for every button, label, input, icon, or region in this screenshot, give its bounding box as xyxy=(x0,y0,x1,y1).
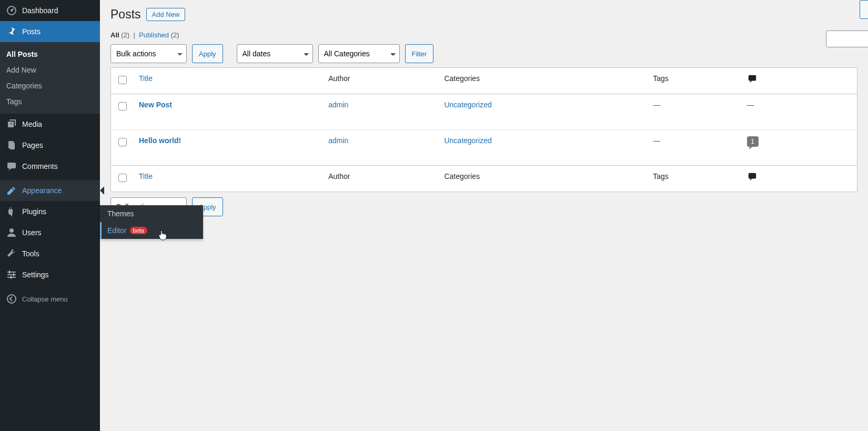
sidebar-item-comments[interactable]: Comments xyxy=(0,156,100,177)
comments-icon xyxy=(747,74,758,84)
appearance-flyout: Themes Editor beta xyxy=(100,205,203,239)
col-author: Author xyxy=(323,68,439,94)
author-link[interactable]: admin xyxy=(328,101,348,109)
heading-row: Posts Add New xyxy=(110,7,857,22)
search-posts-input[interactable] xyxy=(826,31,868,47)
status-filter-links: All (2) | Published (2) xyxy=(110,31,857,39)
post-title-link[interactable]: New Post xyxy=(139,101,172,109)
col-categories: Categories xyxy=(439,166,648,192)
sidebar-label: Settings xyxy=(22,270,49,279)
sidebar-label: Media xyxy=(22,120,42,128)
comment-count-bubble[interactable]: 1 xyxy=(747,136,759,147)
flyout-editor[interactable]: Editor beta xyxy=(100,222,203,239)
select-all-checkbox[interactable] xyxy=(118,76,127,84)
comments-icon xyxy=(6,161,17,172)
col-tags: Tags xyxy=(648,68,741,94)
flyout-editor-label: Editor xyxy=(107,226,127,235)
svg-rect-5 xyxy=(10,143,15,149)
col-categories: Categories xyxy=(439,68,648,94)
svg-rect-16 xyxy=(748,75,755,81)
pin-icon xyxy=(6,26,17,37)
apply-button-top[interactable]: Apply xyxy=(192,44,223,63)
flyout-themes[interactable]: Themes xyxy=(100,205,203,222)
category-filter-select[interactable]: All Categories xyxy=(318,44,400,63)
sidebar-subitem-tags[interactable]: Tags xyxy=(0,94,100,109)
svg-point-8 xyxy=(9,228,14,233)
col-author: Author xyxy=(323,166,439,192)
filter-published[interactable]: Published (2) xyxy=(139,31,179,39)
sidebar-item-tools[interactable]: Tools xyxy=(0,243,100,264)
sidebar-label: Pages xyxy=(22,141,43,149)
add-new-button[interactable]: Add New xyxy=(146,8,186,21)
svg-point-1 xyxy=(11,9,13,12)
collapse-label: Collapse menu xyxy=(22,295,68,303)
sidebar-item-dashboard[interactable]: Dashboard xyxy=(0,0,100,21)
plugins-icon xyxy=(6,206,17,217)
comments-value: — xyxy=(747,101,754,109)
settings-icon xyxy=(6,269,17,280)
screen-options-button[interactable] xyxy=(860,0,868,19)
category-link[interactable]: Uncategorized xyxy=(444,101,491,109)
category-link[interactable]: Uncategorized xyxy=(444,136,491,145)
sidebar-label: Tools xyxy=(22,249,39,258)
filter-all[interactable]: All (2) xyxy=(110,31,132,39)
sidebar-label: Dashboard xyxy=(22,6,58,15)
tools-icon xyxy=(6,248,17,259)
tags-value: — xyxy=(653,101,660,109)
dashboard-icon xyxy=(6,5,17,16)
tags-value: — xyxy=(653,136,660,145)
tablenav-top: Bulk actions Apply All dates All Categor… xyxy=(110,44,857,63)
sidebar-label: Comments xyxy=(22,162,58,171)
sidebar-item-appearance[interactable]: Appearance xyxy=(0,180,100,201)
sidebar-item-pages[interactable]: Pages xyxy=(0,135,100,156)
posts-table: Title Author Categories Tags New Post ad… xyxy=(110,67,857,192)
pages-icon xyxy=(6,140,17,151)
sidebar-label: Posts xyxy=(22,27,41,36)
col-comments[interactable] xyxy=(742,68,773,94)
sidebar-subitem-all-posts[interactable]: All Posts xyxy=(0,46,100,62)
table-row: New Post admin Uncategorized — — xyxy=(111,94,857,130)
sidebar-item-media[interactable]: Media xyxy=(0,114,100,135)
svg-rect-2 xyxy=(8,122,14,127)
main-content: Posts Add New All (2) | Published (2) Bu… xyxy=(100,0,868,231)
sidebar-item-posts[interactable]: Posts xyxy=(0,21,100,42)
svg-rect-9 xyxy=(7,272,16,273)
sidebar-item-users[interactable]: Users xyxy=(0,222,100,243)
beta-badge: beta xyxy=(130,227,147,234)
sidebar-submenu-posts: All Posts Add New Categories Tags xyxy=(0,42,100,114)
page-title: Posts xyxy=(110,7,146,22)
appearance-icon xyxy=(6,185,17,196)
sidebar-item-settings[interactable]: Settings xyxy=(0,264,100,285)
date-filter-select[interactable]: All dates xyxy=(237,44,313,63)
svg-rect-7 xyxy=(11,214,12,216)
tablenav-bottom: Bulk actions Apply xyxy=(110,197,857,216)
svg-point-15 xyxy=(7,295,16,303)
col-comments[interactable] xyxy=(742,166,773,192)
comments-icon xyxy=(747,172,758,182)
bulk-actions-select[interactable]: Bulk actions xyxy=(110,44,187,63)
sidebar-label: Users xyxy=(22,228,42,237)
sidebar-subitem-add-new[interactable]: Add New xyxy=(0,62,100,78)
sidebar-subitem-categories[interactable]: Categories xyxy=(0,78,100,94)
row-checkbox[interactable] xyxy=(118,102,127,111)
row-checkbox[interactable] xyxy=(118,138,127,146)
col-title[interactable]: Title xyxy=(134,68,323,94)
filter-button[interactable]: Filter xyxy=(405,44,434,63)
svg-rect-17 xyxy=(748,173,755,179)
sidebar-item-plugins[interactable]: Plugins xyxy=(0,201,100,222)
table-row: Hello world! admin Uncategorized — 1 xyxy=(111,130,857,166)
sidebar-label: Plugins xyxy=(22,207,46,216)
svg-rect-6 xyxy=(7,163,16,168)
post-title-link[interactable]: Hello world! xyxy=(139,136,181,145)
col-title[interactable]: Title xyxy=(134,166,323,192)
author-link[interactable]: admin xyxy=(328,136,348,145)
media-icon xyxy=(6,119,17,129)
sidebar-label: Appearance xyxy=(22,186,62,195)
col-tags: Tags xyxy=(648,166,741,192)
svg-rect-12 xyxy=(9,270,10,274)
admin-sidebar: Dashboard Posts All Posts Add New Catego… xyxy=(0,0,100,431)
collapse-menu[interactable]: Collapse menu xyxy=(0,288,100,309)
collapse-icon xyxy=(6,294,17,304)
users-icon xyxy=(6,227,17,238)
select-all-checkbox-bottom[interactable] xyxy=(118,174,127,182)
